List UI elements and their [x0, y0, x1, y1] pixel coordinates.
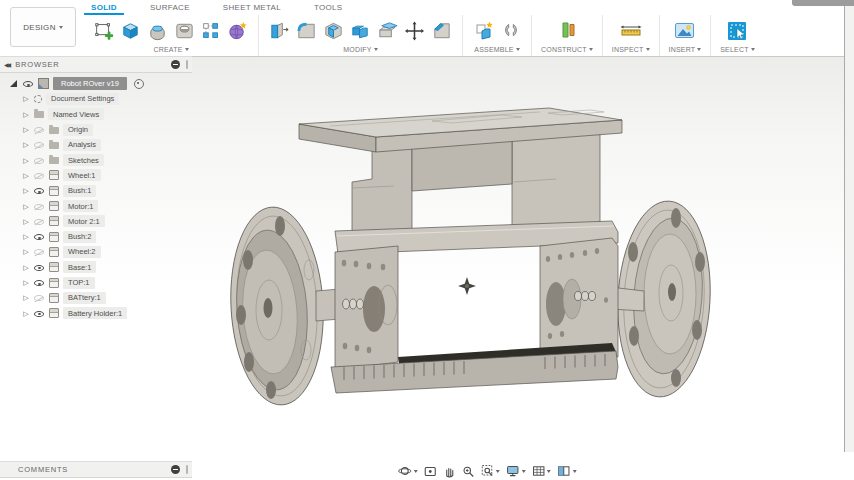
revolve-icon[interactable]	[146, 19, 169, 43]
activate-component-icon[interactable]	[134, 79, 144, 89]
visibility-eye-icon[interactable]	[34, 140, 45, 150]
browser-item[interactable]: Wheel:1	[0, 168, 192, 183]
modify-dropdown[interactable]: MODIFY	[343, 46, 377, 53]
visibility-eye-icon[interactable]	[34, 125, 45, 135]
browser-header[interactable]: BROWSER	[0, 56, 192, 73]
look-at-button[interactable]	[423, 465, 436, 478]
expand-arrow-icon[interactable]	[22, 233, 30, 240]
select-window-icon[interactable]	[725, 19, 749, 43]
visibility-eye-icon[interactable]	[34, 232, 45, 242]
visibility-eye-icon[interactable]	[34, 293, 45, 303]
expand-arrow-icon[interactable]	[22, 126, 30, 133]
browser-item[interactable]: Motor:1	[0, 198, 192, 213]
browser-item[interactable]: Sketches	[0, 152, 192, 167]
expand-arrow-icon[interactable]	[22, 141, 30, 148]
fillet-icon[interactable]	[295, 19, 318, 43]
construct-dropdown[interactable]: CONSTRUCT	[541, 46, 593, 53]
split-body-icon[interactable]	[376, 19, 399, 43]
insert-dropdown[interactable]: INSERT	[669, 46, 702, 53]
browser-item[interactable]: Named Views	[0, 107, 192, 122]
visibility-eye-icon[interactable]	[34, 155, 45, 165]
expand-arrow-icon[interactable]	[22, 248, 30, 255]
browser-item[interactable]: TOP:1	[0, 275, 192, 290]
visibility-eye-icon[interactable]	[34, 186, 45, 196]
minimize-panel-icon[interactable]	[171, 465, 180, 474]
fit-button[interactable]	[480, 464, 500, 478]
inspect-dropdown[interactable]: INSPECT	[612, 46, 650, 53]
expand-arrow-icon[interactable]	[22, 310, 30, 317]
left-wheel[interactable]	[226, 205, 328, 408]
design-menu-button[interactable]: DESIGN	[10, 7, 76, 47]
offset-plane-icon[interactable]	[554, 19, 580, 43]
chevron-down-icon	[521, 470, 525, 473]
expand-arrow-icon[interactable]	[22, 294, 30, 301]
zoom-button[interactable]	[461, 465, 474, 478]
browser-item[interactable]: Analysis	[0, 137, 192, 152]
shell-icon[interactable]	[322, 19, 345, 43]
chevron-down-icon	[374, 48, 378, 51]
orbit-button[interactable]	[398, 464, 418, 478]
panel-scrollbar[interactable]	[186, 465, 188, 474]
tab-surface[interactable]: SURFACE	[147, 3, 193, 12]
browser-item[interactable]: Base:1	[0, 260, 192, 275]
minimize-panel-icon[interactable]	[171, 60, 180, 69]
comments-header[interactable]: COMMENTS	[0, 461, 192, 478]
tab-tools[interactable]: TOOLS	[311, 3, 345, 12]
browser-item[interactable]: BATtery:1	[0, 290, 192, 305]
create-sketch-icon[interactable]	[93, 19, 115, 43]
right-scrollbar[interactable]	[844, 0, 854, 452]
browser-item[interactable]: Battery Holder:1	[0, 305, 192, 320]
new-component-icon[interactable]	[472, 19, 496, 43]
visibility-eye-icon[interactable]	[34, 201, 45, 211]
browser-item[interactable]: Bush:1	[0, 183, 192, 198]
visibility-eye-icon[interactable]	[34, 216, 45, 226]
visibility-eye-icon[interactable]	[34, 278, 45, 288]
display-settings-button[interactable]	[506, 464, 526, 478]
expand-arrow-icon[interactable]	[22, 157, 30, 164]
viewports-button[interactable]	[557, 464, 577, 478]
create-form-icon[interactable]	[226, 19, 249, 43]
visibility-eye-icon[interactable]	[34, 308, 45, 318]
expand-arrow-icon[interactable]	[22, 95, 30, 102]
tab-solid[interactable]: SOLID	[88, 3, 120, 12]
grid-settings-button[interactable]	[531, 464, 551, 478]
browser-item[interactable]: Bush:2	[0, 229, 192, 244]
press-pull-icon[interactable]	[268, 19, 291, 43]
browser-item[interactable]: Wheel:2	[0, 244, 192, 259]
visibility-eye-icon[interactable]	[34, 170, 45, 180]
expand-arrow-icon[interactable]	[22, 172, 30, 179]
create-dropdown[interactable]: CREATE	[153, 46, 188, 53]
expand-arrow-icon[interactable]	[22, 279, 30, 286]
browser-item[interactable]: Document Settings	[0, 91, 192, 106]
joint-icon[interactable]	[500, 19, 522, 43]
browser-root-row[interactable]: Robot ROver v19	[0, 76, 192, 91]
hole-icon[interactable]	[173, 19, 196, 43]
assemble-dropdown[interactable]: ASSEMBLE	[474, 46, 519, 53]
move-copy-icon[interactable]	[403, 19, 426, 43]
expand-arrow-icon[interactable]	[22, 111, 30, 118]
measure-icon[interactable]	[617, 19, 645, 43]
root-label[interactable]: Robot ROver v19	[53, 77, 127, 90]
rectangular-pattern-icon[interactable]	[200, 19, 222, 43]
expand-arrow-icon[interactable]	[22, 203, 30, 210]
scrollbar-thumb[interactable]	[792, 0, 854, 6]
collapse-panel-icon[interactable]	[4, 62, 9, 68]
left-side-panel[interactable]	[335, 246, 398, 373]
visibility-eye-icon[interactable]	[34, 262, 45, 272]
browser-item[interactable]: Origin	[0, 122, 192, 137]
expand-arrow-icon[interactable]	[22, 218, 30, 225]
chamfer-icon[interactable]	[430, 19, 453, 43]
tab-sheet-metal[interactable]: SHEET METAL	[220, 3, 284, 12]
combine-icon[interactable]	[349, 19, 372, 43]
browser-item[interactable]: Motor 2:1	[0, 214, 192, 229]
visibility-eye-icon[interactable]	[34, 247, 45, 257]
expand-arrow-icon[interactable]	[10, 80, 17, 87]
panel-scrollbar[interactable]	[186, 60, 188, 69]
select-dropdown[interactable]: SELECT	[720, 46, 754, 53]
expand-arrow-icon[interactable]	[22, 187, 30, 194]
expand-arrow-icon[interactable]	[22, 264, 30, 271]
insert-image-icon[interactable]	[672, 19, 697, 43]
extrude-icon[interactable]	[119, 19, 142, 43]
visibility-eye-icon[interactable]	[23, 79, 34, 89]
pan-button[interactable]	[442, 465, 455, 478]
